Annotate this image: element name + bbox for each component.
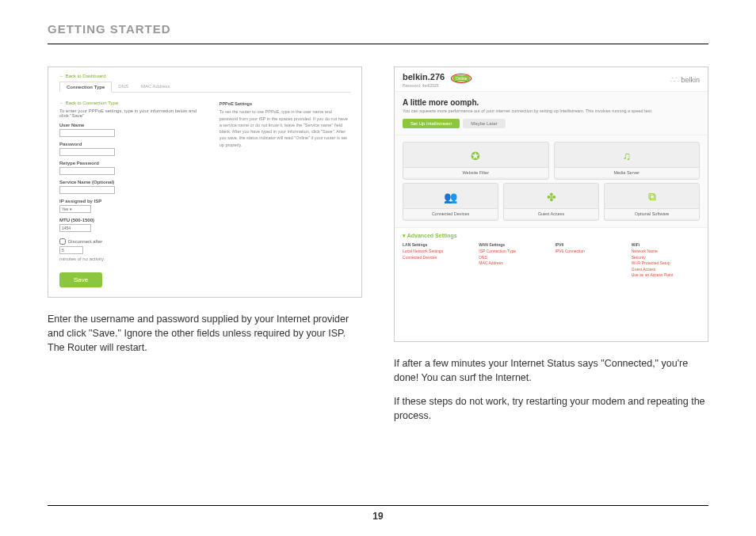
label-service-name: Service Name (Optional) xyxy=(59,180,204,184)
label-retype-password: Retype Password xyxy=(59,161,204,165)
link-wps[interactable]: Wi-Fi Protected Setup xyxy=(632,260,700,267)
tile-label: Connected Devices xyxy=(403,209,498,219)
tile-website-filter[interactable]: ✪ Website Filter xyxy=(403,142,549,180)
page-footer: 19 xyxy=(48,505,708,522)
tile-media-server[interactable]: ♫ Media Server xyxy=(554,142,701,180)
left-column: ← Back to Dashboard Connection Type DNS … xyxy=(48,67,362,433)
page: GETTING STARTED ← Back to Dashboard Conn… xyxy=(0,0,756,449)
tile-label: Optional Software xyxy=(605,209,699,219)
label-ip-by-isp: IP assigned by ISP xyxy=(59,199,204,203)
pppoe-intro: To enter your PPPoE settings, type in yo… xyxy=(59,108,204,118)
link-connected-devices[interactable]: Connected Devices xyxy=(403,255,471,261)
tab-connection-type[interactable]: Connection Type xyxy=(59,82,112,93)
input-service-name[interactable] xyxy=(59,186,115,194)
belkin-logo: ∴∴ belkin xyxy=(670,76,700,84)
tab-dns[interactable]: DNS xyxy=(112,82,135,92)
pppoe-help-body: To set the router to use PPPoE, type in … xyxy=(220,108,350,148)
tile-optional-software[interactable]: ⧉ Optional Software xyxy=(604,183,700,221)
pppoe-form: ← Back to Connection Type To enter your … xyxy=(59,101,204,287)
link-ipv6-connection[interactable]: IPV6 Connection xyxy=(556,249,624,255)
advanced-settings-toggle[interactable]: ▾ Advanced Settings xyxy=(403,233,700,239)
setup-intellistream-button[interactable]: Set Up Intellistream xyxy=(403,119,460,128)
logo-text: belkin xyxy=(681,76,700,84)
page-number: 19 xyxy=(372,511,383,522)
label-mtu: MTU (500-1500) xyxy=(59,218,204,222)
adv-h-lan: LAN Settings xyxy=(403,242,471,247)
adv-h-ipv6: IPV6 xyxy=(556,242,624,247)
disconnect-after-row: Disconnect after xyxy=(59,238,204,245)
link-isp-connection-type[interactable]: ISP Connection Type xyxy=(479,249,547,255)
music-icon: ♫ xyxy=(623,145,632,167)
tile-guest-access[interactable]: ✤ Guest Access xyxy=(503,183,599,221)
maybe-later-button[interactable]: Maybe Later xyxy=(463,119,505,128)
two-columns: ← Back to Dashboard Connection Type DNS … xyxy=(48,67,708,433)
right-column: belkin.276 Online Password: 4e4f2525 ∴∴ … xyxy=(394,67,708,433)
input-mtu[interactable]: 1454 xyxy=(59,224,91,232)
back-to-connection-type-link[interactable]: ← Back to Connection Type xyxy=(59,101,204,105)
password-label: Password: 4e4f2525 xyxy=(403,83,472,88)
link-local-network[interactable]: Local Network Settings xyxy=(403,249,471,255)
tiles-row-1: ✪ Website Filter ♫ Media Server xyxy=(395,135,708,183)
pppoe-help-title: PPPoE Settings xyxy=(220,101,350,107)
adv-col-wan: WAN Settings ISP Connection Type DNS MAC… xyxy=(479,242,547,279)
network-name: belkin.276 xyxy=(403,72,445,82)
guest-icon: ✤ xyxy=(547,186,556,208)
section-title: GETTING STARTED xyxy=(48,22,708,44)
link-guest-access[interactable]: Guest Access xyxy=(632,267,700,273)
screenshot-dashboard: belkin.276 Online Password: 4e4f2525 ∴∴ … xyxy=(394,67,708,342)
input-retype-password[interactable] xyxy=(59,167,115,175)
devices-icon: 👥 xyxy=(444,186,457,208)
oomph-heading: A little more oomph. xyxy=(403,98,700,107)
tile-label: Guest Access xyxy=(504,209,598,219)
logo-dots-icon: ∴∴ xyxy=(670,76,678,84)
link-access-point[interactable]: Use as an Access Point xyxy=(632,272,700,279)
oomph-section: A little more oomph. You can squeeze mor… xyxy=(395,92,708,135)
input-disconnect-minutes[interactable]: 5 xyxy=(59,246,83,254)
select-ip-by-isp[interactable]: Yes ▾ xyxy=(59,205,91,213)
adv-h-wifi: WiFi xyxy=(632,242,700,247)
adv-h-wan: WAN Settings xyxy=(479,242,547,247)
link-mac-address[interactable]: MAC Address xyxy=(479,260,547,267)
tab-mac-address[interactable]: MAC Address xyxy=(135,82,177,92)
wan-tabs: Connection Type DNS MAC Address xyxy=(59,82,350,93)
status-badge: Online xyxy=(452,75,470,82)
checkbox-disconnect-after[interactable] xyxy=(59,238,66,245)
left-caption: Enter the username and password supplied… xyxy=(48,312,362,355)
dashboard-header: belkin.276 Online Password: 4e4f2525 ∴∴ … xyxy=(395,67,708,92)
input-username[interactable] xyxy=(59,129,115,137)
right-caption-2: If these steps do not work, try restarti… xyxy=(394,394,708,423)
adv-col-lan: LAN Settings Local Network Settings Conn… xyxy=(403,242,471,279)
software-icon: ⧉ xyxy=(648,186,656,208)
link-security[interactable]: Security xyxy=(632,255,700,261)
label-username: User Name xyxy=(59,123,204,127)
back-to-dashboard-link[interactable]: ← Back to Dashboard xyxy=(59,74,350,78)
advanced-settings: ▾ Advanced Settings LAN Settings Local N… xyxy=(395,228,708,287)
filter-icon: ✪ xyxy=(471,145,480,167)
tile-label: Media Server xyxy=(555,168,700,177)
oomph-text: You can squeeze more performance out of … xyxy=(403,108,700,114)
status-badge-circle: Online xyxy=(451,74,472,83)
adv-col-wifi: WiFi Network Name Security Wi-Fi Protect… xyxy=(632,242,700,279)
link-network-name[interactable]: Network Name xyxy=(632,249,700,255)
right-caption-1: If after a few minutes your Internet Sta… xyxy=(394,356,708,385)
tile-label: Website Filter xyxy=(403,168,548,177)
label-disconnect-after: Disconnect after xyxy=(68,239,102,244)
tiles-row-2: 👥 Connected Devices ✤ Guest Access ⧉ Opt… xyxy=(395,183,708,228)
input-password[interactable] xyxy=(59,148,115,156)
tile-connected-devices[interactable]: 👥 Connected Devices xyxy=(403,183,498,221)
save-button[interactable]: Save xyxy=(59,272,102,287)
label-no-activity: minutes of no activity. xyxy=(59,257,204,261)
adv-col-ipv6: IPV6 IPV6 Connection xyxy=(556,242,624,279)
screenshot-pppoe: ← Back to Dashboard Connection Type DNS … xyxy=(48,67,362,298)
pppoe-help-panel: PPPoE Settings To set the router to use … xyxy=(220,101,350,287)
label-password: Password xyxy=(59,142,204,146)
link-dns[interactable]: DNS xyxy=(479,255,547,261)
